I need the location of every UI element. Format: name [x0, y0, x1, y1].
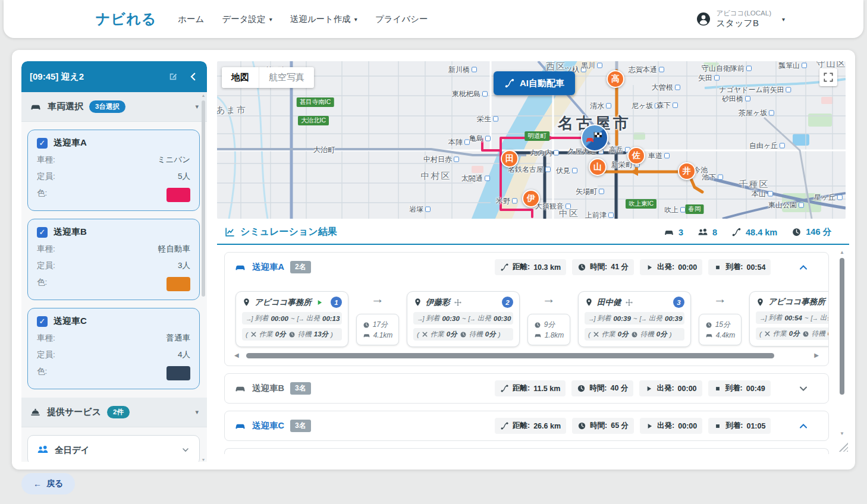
- app-header: ナビれる ホーム データ設定▾ 送迎ルート作成▾ プライバシー アビココ(LOC…: [4, 0, 863, 38]
- nav-data-settings[interactable]: データ設定▾: [222, 14, 272, 25]
- map-label: 吹上: [664, 205, 686, 215]
- expand-icon[interactable]: [797, 383, 809, 395]
- stop-card: 田中健 3 →]到着00:39~[→出発00:39 (作業0分待機0分): [578, 291, 691, 347]
- back-button[interactable]: ← 戻る: [21, 473, 75, 494]
- map-label: 池下: [702, 172, 723, 182]
- user-name: スタッフB: [717, 18, 771, 29]
- sidebar: [09:45] 迎え2 車両選択 3台選択 ▾ ✓ 送迎車A 車種:ミニバン 定…: [21, 61, 207, 462]
- total-duration: 146 分: [806, 226, 831, 238]
- ai-auto-dispatch-button[interactable]: AI自動配車: [494, 71, 575, 95]
- scrollbar-thumb[interactable]: [246, 353, 775, 358]
- route-icon: [731, 227, 742, 237]
- clock-icon: [791, 227, 802, 237]
- total-persons: 8: [712, 228, 717, 237]
- map-marker[interactable]: 田: [501, 150, 519, 168]
- start-goal-marker[interactable]: [581, 124, 608, 152]
- scroll-down-icon[interactable]: ▼: [838, 431, 846, 436]
- map-label: 矢田: [698, 73, 720, 83]
- map-marker[interactable]: 山: [589, 158, 607, 176]
- stop-number-badge: 2: [502, 297, 513, 308]
- nav-route-create[interactable]: 送迎ルート作成▾: [290, 14, 357, 25]
- collapse-icon[interactable]: [797, 262, 809, 273]
- resize-handle[interactable]: [838, 442, 848, 452]
- arrive-door-icon: →]: [417, 315, 423, 322]
- vehicle-a-result-row[interactable]: 送迎車A 2名 距離:10.3 km 時間:41 分 出発:00:00 到着:0…: [225, 253, 828, 282]
- plan-title: [09:45] 迎え2: [30, 71, 84, 83]
- chevron-down-icon: [181, 445, 190, 455]
- pin-icon: [585, 298, 593, 307]
- nav-privacy[interactable]: プライバシー: [375, 14, 428, 25]
- stop-card: 伊藤彩 2 →]到着00:30~[→出発00:30 (作業0分待機0分): [407, 291, 520, 347]
- map-label: 大曽根: [652, 83, 680, 93]
- scroll-up-icon[interactable]: ▲: [200, 93, 206, 97]
- map-label: 亀島: [469, 134, 491, 144]
- map-label: 星ヶ丘: [814, 193, 843, 203]
- vehicle-a-checkbox[interactable]: ✓: [37, 138, 48, 149]
- chevron-down-icon: ▾: [195, 103, 199, 111]
- map-marker[interactable]: 井: [678, 162, 696, 180]
- scrollbar-thumb[interactable]: [202, 100, 205, 297]
- depart-door-icon: [→: [640, 315, 646, 322]
- map-label: 本陣: [448, 137, 470, 147]
- map-label: 吹上東IC: [626, 199, 656, 209]
- route-icon: [500, 263, 509, 272]
- map-marker[interactable]: 佐: [627, 147, 645, 165]
- vehicle-section-toggle[interactable]: 車両選択 3台選択 ▾: [21, 92, 207, 122]
- clock-icon: [534, 322, 541, 329]
- app-logo[interactable]: ナビれる: [96, 10, 156, 29]
- scrollbar-thumb[interactable]: [840, 258, 844, 395]
- vehicle-b-result-row[interactable]: 送迎車B 3名 距離:11.5 km 時間:40 分 出発:00:00 到着:0…: [225, 374, 828, 403]
- vehicle-c-result-row[interactable]: 送迎車C 3名 距離:26.6 km 時間:65 分 出発:00:00 到着:0…: [225, 411, 828, 440]
- results-totals: 3 8 48.4 km 146 分: [664, 226, 831, 238]
- map-label: 丸の内: [530, 148, 559, 158]
- map-label: 砂田橋: [722, 94, 750, 104]
- map-marker[interactable]: 高: [607, 70, 624, 88]
- total-vehicles: 3: [678, 228, 683, 237]
- clock-icon: [288, 331, 296, 338]
- map-label: 上前津: [585, 210, 614, 219]
- total-distance: 48.4 km: [746, 228, 777, 237]
- play-icon: [645, 385, 653, 393]
- vehicle-card-a: ✓ 送迎車A 車種:ミニバン 定員:5人 色:: [27, 130, 200, 211]
- chevron-down-icon: ▾: [195, 408, 199, 416]
- move-handle-icon[interactable]: [454, 298, 462, 307]
- passenger-badge: 3名: [290, 382, 311, 395]
- stop-card: アビココ事務所 1 →]到着00:00~[→出発00:13 (作業0分待機13分…: [235, 291, 348, 347]
- vehicle-c-checkbox[interactable]: ✓: [37, 316, 48, 327]
- vehicle-b-color-swatch: [167, 277, 190, 291]
- map-tab[interactable]: 地図: [222, 67, 259, 88]
- scroll-right-icon[interactable]: ▶: [814, 352, 819, 358]
- vehicle-a-color-swatch: [167, 188, 190, 202]
- satellite-tab[interactable]: 航空写真: [259, 67, 314, 88]
- service-card[interactable]: 全日デイ: [27, 435, 200, 462]
- user-menu[interactable]: アビココ(LOCAL) スタッフB ▾: [696, 9, 785, 29]
- scroll-left-icon[interactable]: ◀: [234, 352, 239, 358]
- scroll-down-icon[interactable]: ▼: [200, 458, 206, 462]
- depart-door-icon: [→: [811, 314, 818, 322]
- map-canvas[interactable]: 甚目寺甚目寺新川橋二ツ杁東枇杷島西区黒川志賀本通守山自衛隊前矢田瓢箪山守山区大曽…: [217, 61, 846, 219]
- vehicle-card-b: ✓ 送迎車B 車種:軽自動車 定員:3人 色:: [27, 219, 200, 300]
- map-label: 中村区: [421, 171, 451, 182]
- car-icon: [363, 332, 370, 339]
- work-icon: [250, 331, 257, 338]
- map-label: 瓢箪山: [778, 61, 807, 71]
- edit-icon[interactable]: [168, 71, 178, 82]
- scroll-up-icon[interactable]: ▲: [838, 250, 846, 255]
- vehicle-b-checkbox[interactable]: ✓: [37, 227, 48, 238]
- collapse-sidebar-icon[interactable]: [188, 71, 199, 82]
- map-label: 自由ヶ丘: [749, 141, 785, 151]
- collapse-icon[interactable]: [797, 420, 809, 432]
- route-icon: [500, 421, 509, 430]
- service-section-toggle[interactable]: 提供サービス 2件 ▾: [21, 398, 207, 427]
- map-label: 黒川: [581, 61, 602, 71]
- vehicle-b-result-card: 送迎車B 3名 距離:11.5 km 時間:40 分 出発:00:00 到着:0…: [224, 373, 829, 404]
- move-handle-icon[interactable]: [625, 298, 633, 307]
- chart-icon: [224, 226, 235, 238]
- nav-home[interactable]: ホーム: [178, 14, 204, 25]
- map-label: あま市: [217, 105, 247, 116]
- fullscreen-button[interactable]: [819, 68, 837, 86]
- map-marker[interactable]: 伊: [522, 190, 540, 207]
- clock-icon: [705, 322, 712, 329]
- sidebar-scrollbar[interactable]: ▲ ▼: [200, 93, 206, 462]
- arrow-right-icon: →: [542, 292, 555, 305]
